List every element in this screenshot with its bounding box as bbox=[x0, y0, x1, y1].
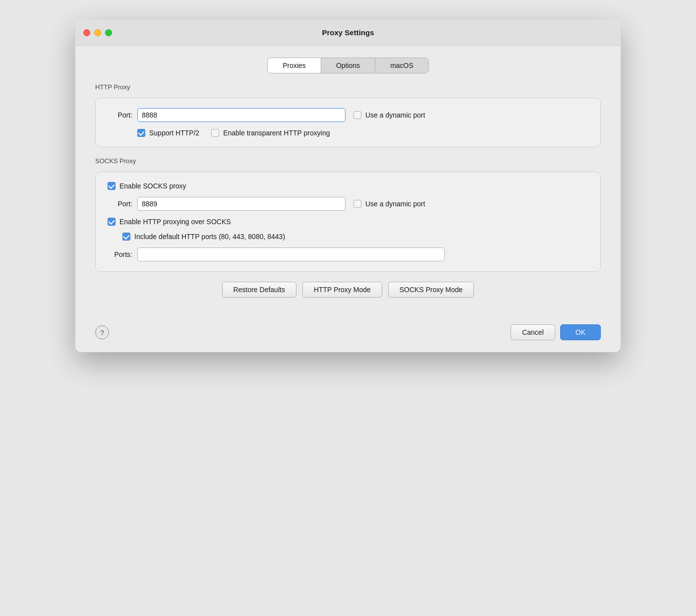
transparent-label: Enable transparent HTTP proxying bbox=[223, 129, 330, 137]
maximize-button[interactable] bbox=[105, 29, 112, 36]
socks-proxy-panel: Enable SOCKS proxy Port: Use a dynamic p… bbox=[95, 172, 601, 272]
http-over-socks-label: Enable HTTP proxying over SOCKS bbox=[119, 218, 231, 226]
socks-ports-label: Ports: bbox=[108, 250, 132, 258]
http-dynamic-port-checkbox[interactable] bbox=[353, 111, 361, 119]
support-http2-row: Support HTTP/2 bbox=[137, 129, 199, 137]
http-dynamic-port-row: Use a dynamic port bbox=[353, 111, 425, 119]
http-port-label: Port: bbox=[108, 111, 132, 119]
help-button[interactable]: ? bbox=[95, 325, 109, 339]
include-defaults-checkbox[interactable] bbox=[122, 233, 130, 241]
footer-row: ? Cancel OK bbox=[75, 316, 621, 352]
transparent-checkbox[interactable] bbox=[211, 129, 219, 137]
include-defaults-label: Include default HTTP ports (80, 443, 808… bbox=[134, 233, 285, 241]
socks-proxy-mode-button[interactable]: SOCKS Proxy Mode bbox=[388, 282, 474, 298]
enable-socks-checkbox-row: Enable SOCKS proxy bbox=[108, 182, 186, 190]
enable-socks-label: Enable SOCKS proxy bbox=[119, 182, 186, 190]
http-dynamic-port-label: Use a dynamic port bbox=[365, 111, 425, 119]
enable-socks-checkbox[interactable] bbox=[108, 182, 116, 190]
http-port-input[interactable] bbox=[137, 108, 346, 122]
support-http2-label: Support HTTP/2 bbox=[149, 129, 199, 137]
socks-ports-input[interactable] bbox=[137, 247, 445, 261]
minimize-button[interactable] bbox=[94, 29, 101, 36]
enable-socks-row: Enable SOCKS proxy bbox=[108, 182, 588, 190]
main-content: Proxies Options macOS HTTP Proxy Port: U… bbox=[75, 46, 621, 316]
window-title: Proxy Settings bbox=[322, 28, 374, 37]
socks-dynamic-port-checkbox[interactable] bbox=[353, 200, 361, 208]
restore-defaults-button[interactable]: Restore Defaults bbox=[222, 282, 296, 298]
socks-port-input[interactable] bbox=[137, 197, 346, 211]
http-options-row: Support HTTP/2 Enable transparent HTTP p… bbox=[108, 129, 588, 137]
socks-proxy-section-label: SOCKS Proxy bbox=[95, 157, 601, 165]
support-http2-checkbox[interactable] bbox=[137, 129, 145, 137]
include-defaults-checkbox-row: Include default HTTP ports (80, 443, 808… bbox=[122, 233, 285, 241]
footer-actions: Cancel OK bbox=[511, 324, 601, 340]
tab-group: Proxies Options macOS bbox=[267, 58, 429, 73]
ok-button[interactable]: OK bbox=[560, 324, 601, 340]
socks-port-label: Port: bbox=[108, 200, 132, 208]
socks-ports-row: Ports: bbox=[108, 247, 588, 261]
http-proxy-mode-button[interactable]: HTTP Proxy Mode bbox=[302, 282, 382, 298]
traffic-lights bbox=[83, 29, 112, 36]
http-over-socks-row: Enable HTTP proxying over SOCKS bbox=[108, 218, 588, 226]
http-port-row: Port: Use a dynamic port bbox=[108, 108, 588, 122]
http-proxy-panel: Port: Use a dynamic port Support HTTP/2 … bbox=[95, 98, 601, 147]
tab-macos[interactable]: macOS bbox=[375, 58, 428, 73]
http-over-socks-checkbox-row: Enable HTTP proxying over SOCKS bbox=[108, 218, 231, 226]
socks-dynamic-port-label: Use a dynamic port bbox=[365, 200, 425, 208]
titlebar: Proxy Settings bbox=[75, 20, 621, 46]
tab-bar: Proxies Options macOS bbox=[95, 58, 601, 73]
bottom-buttons: Restore Defaults HTTP Proxy Mode SOCKS P… bbox=[95, 282, 601, 298]
http-over-socks-checkbox[interactable] bbox=[108, 218, 116, 226]
close-button[interactable] bbox=[83, 29, 90, 36]
tab-proxies[interactable]: Proxies bbox=[268, 58, 321, 73]
tab-options[interactable]: Options bbox=[321, 58, 375, 73]
transparent-row: Enable transparent HTTP proxying bbox=[211, 129, 330, 137]
http-proxy-section-label: HTTP Proxy bbox=[95, 83, 601, 91]
cancel-button[interactable]: Cancel bbox=[511, 324, 555, 340]
socks-dynamic-port-row: Use a dynamic port bbox=[353, 200, 425, 208]
include-defaults-row: Include default HTTP ports (80, 443, 808… bbox=[108, 233, 588, 241]
socks-port-row: Port: Use a dynamic port bbox=[108, 197, 588, 211]
